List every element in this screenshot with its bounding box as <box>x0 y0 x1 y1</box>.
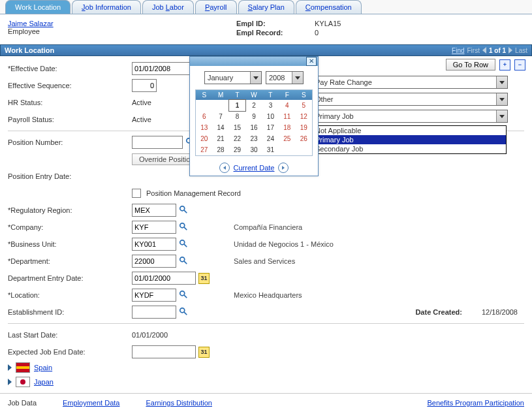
calendar-day[interactable] <box>196 100 212 111</box>
effective-date-input[interactable] <box>132 62 196 75</box>
calendar-day[interactable]: 6 <box>196 111 212 122</box>
department-entry-date-input[interactable] <box>132 272 196 285</box>
svg-point-10 <box>180 291 185 296</box>
calendar-day[interactable]: 17 <box>262 122 279 133</box>
nav-last[interactable]: Last <box>515 47 527 54</box>
calendar-day[interactable]: 24 <box>262 133 279 144</box>
calendar-year-select[interactable]: 2008 <box>266 71 304 84</box>
calendar-day[interactable] <box>279 144 295 155</box>
position-mgmt-label: Position Management Record <box>146 189 241 197</box>
calendar-day[interactable]: 27 <box>196 144 212 155</box>
calendar-day[interactable]: 29 <box>229 144 245 155</box>
calendar-day[interactable]: 15 <box>229 122 245 133</box>
tab-salary-plan[interactable]: SSalary Planalary Plan <box>238 0 294 14</box>
find-link[interactable]: Find <box>452 47 464 54</box>
calendar-day[interactable] <box>296 144 312 155</box>
add-row-icon[interactable]: + <box>499 59 510 71</box>
effective-sequence-input[interactable] <box>132 79 157 92</box>
calendar-day[interactable]: 18 <box>279 122 295 133</box>
lookup-icon[interactable] <box>179 239 188 249</box>
location-input[interactable] <box>132 289 176 302</box>
calendar-day[interactable]: 16 <box>245 122 262 133</box>
calendar-day[interactable]: 8 <box>229 111 245 122</box>
calendar-icon[interactable]: 31 <box>198 347 210 358</box>
calendar-day[interactable]: 19 <box>296 122 312 133</box>
calendar-day[interactable]: 26 <box>296 133 312 144</box>
option-secondary-job[interactable]: Secondary Job <box>313 144 506 153</box>
go-to-row-button[interactable]: Go To Row <box>446 59 495 71</box>
position-number-input[interactable] <box>132 136 183 149</box>
footer-links: Job Data Employment Data Earnings Distri… <box>0 393 532 410</box>
department-input[interactable] <box>132 255 176 268</box>
nav-next-icon[interactable] <box>509 47 512 54</box>
calendar-day[interactable]: 5 <box>296 100 312 111</box>
lookup-icon[interactable] <box>179 256 188 266</box>
department-label: *Department: <box>8 257 132 265</box>
calendar-day[interactable]: 31 <box>262 144 279 155</box>
calendar-next-icon[interactable] <box>278 163 289 173</box>
business-unit-input[interactable] <box>132 238 176 251</box>
calendar-day[interactable]: 2 <box>245 100 262 111</box>
nav-prev-icon[interactable] <box>482 47 486 54</box>
company-input[interactable] <box>132 221 176 234</box>
nav-first[interactable]: First <box>467 47 480 54</box>
lookup-icon[interactable] <box>179 290 188 300</box>
svg-point-12 <box>180 308 185 313</box>
lookup-icon[interactable] <box>179 222 188 232</box>
close-icon[interactable]: ✕ <box>306 57 317 66</box>
option-not-applicable[interactable]: Not Applicable <box>313 126 506 135</box>
calendar-day[interactable]: 25 <box>279 133 295 144</box>
last-start-date-value: 01/01/2000 <box>132 331 168 339</box>
footer-job-data: Job Data <box>8 399 37 407</box>
delete-row-icon[interactable]: − <box>514 59 525 71</box>
tab-job-labor[interactable]: Job LaborJob Labor <box>142 0 194 14</box>
calendar-day[interactable]: 28 <box>212 144 228 155</box>
country-row-japan[interactable]: Japan <box>0 375 532 389</box>
expected-end-input[interactable] <box>132 345 196 358</box>
calendar-day-selected[interactable]: 1 <box>228 99 246 112</box>
current-date-link[interactable]: Current Date <box>234 164 275 172</box>
calendar-icon[interactable]: 31 <box>198 273 210 284</box>
calendar-day[interactable]: 4 <box>279 100 295 111</box>
country-link-japan[interactable]: Japan <box>34 378 54 386</box>
reason-select[interactable]: Other <box>312 93 508 106</box>
person-name-link[interactable]: Jaime Salazar <box>8 20 54 27</box>
lookup-icon[interactable] <box>179 205 188 215</box>
country-link-spain[interactable]: Spain <box>34 364 52 371</box>
action-select[interactable]: Pay Rate Change <box>312 76 508 89</box>
calendar-day[interactable]: 14 <box>212 122 228 133</box>
calendar-day[interactable]: 9 <box>245 111 262 122</box>
footer-benefits-link[interactable]: Benefits Program Participation <box>427 399 524 407</box>
footer-earnings-distribution-link[interactable]: Earnings Distribution <box>146 399 212 407</box>
lookup-icon[interactable] <box>179 307 188 317</box>
calendar-day[interactable] <box>212 100 228 111</box>
calendar-day[interactable]: 13 <box>196 122 212 133</box>
calendar-day[interactable]: 23 <box>245 133 262 144</box>
regulatory-region-input[interactable] <box>132 204 176 217</box>
job-indicator-select[interactable]: Primary Job <box>312 110 508 123</box>
position-entry-date-label: Position Entry Date: <box>8 172 132 180</box>
calendar-day[interactable]: 20 <box>196 133 212 144</box>
calendar-day[interactable]: 30 <box>245 144 262 155</box>
calendar-day[interactable]: 21 <box>212 133 228 144</box>
svg-line-5 <box>184 227 187 230</box>
position-mgmt-checkbox[interactable] <box>132 189 141 198</box>
footer-employment-data-link[interactable]: Employment Data <box>63 399 119 407</box>
tab-compensation[interactable]: CCompensationompensation <box>296 0 362 14</box>
calendar-day[interactable]: 22 <box>229 133 245 144</box>
tab-work-location[interactable]: Work Location <box>5 0 70 14</box>
tab-job-information[interactable]: JJob Informationob Information <box>72 0 141 14</box>
calendar-day[interactable]: 7 <box>212 111 228 122</box>
country-row-spain[interactable]: Spain <box>0 360 532 375</box>
calendar-day[interactable]: 3 <box>262 100 279 111</box>
option-primary-job[interactable]: Primary Job <box>313 135 506 144</box>
establishment-input[interactable] <box>132 306 176 319</box>
calendar-month-select[interactable]: January <box>204 71 262 84</box>
calendar-day[interactable]: 11 <box>279 111 295 122</box>
calendar-prev-icon[interactable] <box>219 163 230 173</box>
section-bar: Work Location Find First 1 of 1 Last <box>0 44 532 56</box>
calendar-day[interactable]: 12 <box>296 111 312 122</box>
person-type: Employee <box>8 27 40 35</box>
calendar-day[interactable]: 10 <box>262 111 279 122</box>
tab-payroll[interactable]: PPayrollayroll <box>195 0 237 14</box>
